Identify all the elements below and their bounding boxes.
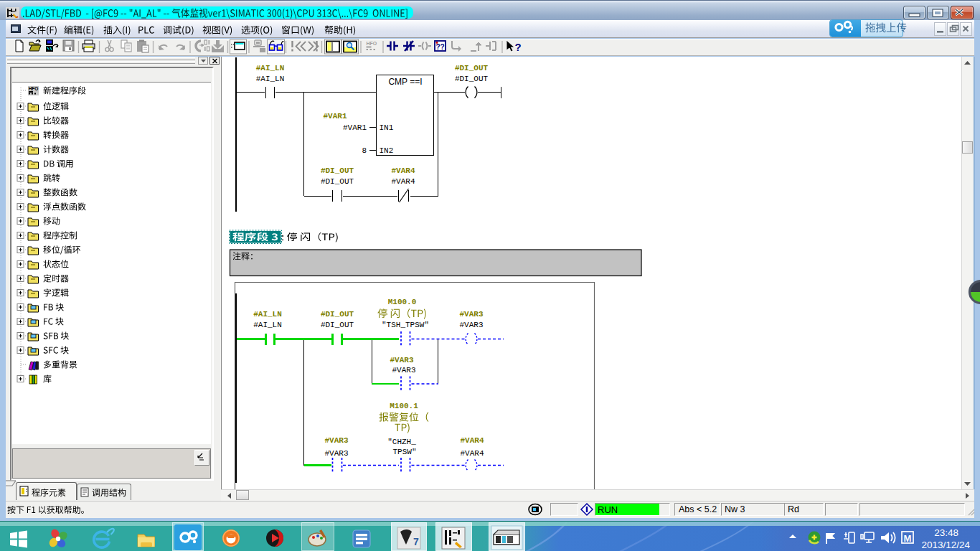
svg-text:#AI_LN: #AI_LN <box>256 64 285 72</box>
svg-text:#VAR3: #VAR3 <box>459 321 483 329</box>
svg-text:HFO: HFO <box>29 86 39 91</box>
svg-text:#VAR3: #VAR3 <box>324 436 348 445</box>
svg-text:"TSH_TPSW": "TSH_TPSW" <box>382 321 429 329</box>
svg-text:#DI_OUT: #DI_OUT <box>455 75 489 83</box>
svg-text:#AI_LN: #AI_LN <box>256 75 285 83</box>
svg-text:#VAR4: #VAR4 <box>460 449 484 458</box>
svg-text:#VAR3: #VAR3 <box>324 449 348 458</box>
svg-text:IN1: IN1 <box>380 123 394 132</box>
svg-text:?: ? <box>514 41 521 53</box>
svg-text:#AI_LN: #AI_LN <box>253 321 282 329</box>
svg-text:7: 7 <box>413 536 419 547</box>
svg-text:2013/12/24: 2013/12/24 <box>921 540 970 550</box>
svg-text:HFO: HFO <box>367 41 377 46</box>
svg-text:RUN: RUN <box>598 504 618 515</box>
svg-text:M100.0: M100.0 <box>388 298 417 306</box>
svg-text:IN2: IN2 <box>380 146 394 155</box>
svg-text:Abs < 5.2: Abs < 5.2 <box>679 504 717 514</box>
svg-text:#VAR1: #VAR1 <box>343 123 367 132</box>
svg-text:CMP ==I: CMP ==I <box>388 77 422 87</box>
svg-text:"CHZH_: "CHZH_ <box>387 438 416 446</box>
svg-text:M: M <box>904 533 912 544</box>
svg-text:??: ?? <box>435 43 444 51</box>
svg-text:Nw 3: Nw 3 <box>725 504 745 514</box>
svg-text:#VAR3: #VAR3 <box>392 366 415 375</box>
svg-text:#DI_OUT: #DI_OUT <box>321 166 354 175</box>
svg-text:#VAR1: #VAR1 <box>323 112 347 121</box>
svg-text:TPSW": TPSW" <box>392 448 416 456</box>
svg-text:#VAR3: #VAR3 <box>390 356 413 364</box>
svg-text:#DI_OUT: #DI_OUT <box>321 310 354 319</box>
svg-text:Rd: Rd <box>788 504 799 514</box>
svg-text:#AI_LN: #AI_LN <box>253 310 282 319</box>
svg-text:#DI_OUT: #DI_OUT <box>455 64 489 72</box>
svg-text:23:48: 23:48 <box>934 527 958 538</box>
svg-text:#VAR4: #VAR4 <box>391 177 415 186</box>
svg-text:#VAR3: #VAR3 <box>459 310 483 319</box>
svg-text:#DI_OUT: #DI_OUT <box>321 177 354 186</box>
svg-text:M100.1: M100.1 <box>390 402 418 410</box>
svg-text:#VAR4: #VAR4 <box>391 166 415 175</box>
svg-text:#VAR4: #VAR4 <box>460 436 484 445</box>
svg-text:#DI_OUT: #DI_OUT <box>321 321 354 329</box>
svg-text:8: 8 <box>362 146 367 155</box>
